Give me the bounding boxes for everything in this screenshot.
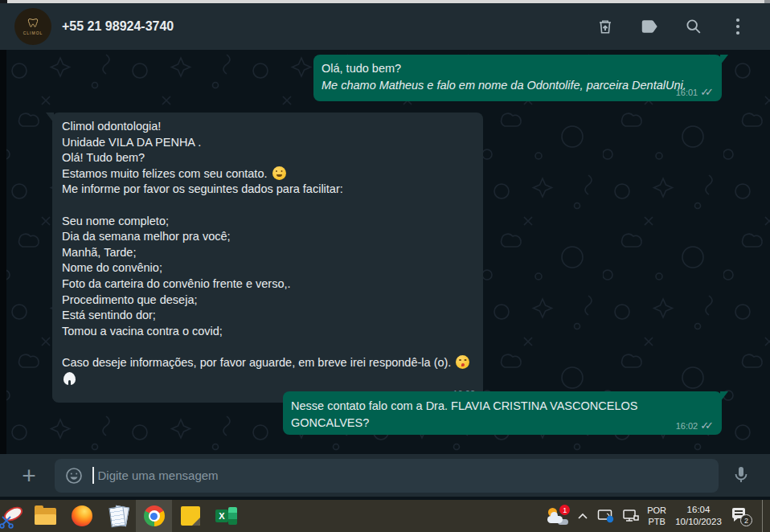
excel-icon: X	[215, 506, 237, 526]
microphone-icon[interactable]	[725, 460, 757, 492]
message-time: 16:02	[676, 421, 698, 431]
search-icon[interactable]	[684, 17, 703, 36]
message-meta: 16:02 ✓✓	[676, 421, 714, 431]
language-indicator[interactable]: POR PTB	[647, 505, 666, 527]
label-icon[interactable]	[640, 17, 659, 36]
message-incoming-1[interactable]: Climol odontologia! Unidade VILA DA PENH…	[52, 113, 483, 403]
emoji-kiss-icon	[456, 355, 469, 369]
show-desktop-button[interactable]	[762, 500, 767, 532]
system-tray: 1 POR	[547, 500, 770, 532]
weather-tray-icon[interactable]: 1	[547, 507, 568, 525]
snipping-tool-icon	[2, 505, 26, 527]
chat-title-phone-number[interactable]: +55 21 98924-3740	[62, 19, 174, 34]
whatsapp-window: CLIMOL +55 21 98924-3740	[0, 0, 770, 532]
double-check-icon: ✓✓	[700, 88, 714, 96]
menu-kebab-icon[interactable]	[728, 17, 747, 36]
message-input[interactable]	[96, 468, 710, 483]
message-text: Climol odontologia! Unidade VILA DA PENH…	[62, 119, 473, 387]
tray-network-icon[interactable]	[622, 509, 640, 523]
avatar-label: CLIMOL	[23, 31, 43, 35]
taskbar-notepad[interactable]	[100, 500, 136, 532]
message-meta: 16:01 ✓✓	[676, 88, 714, 97]
message-composer: +	[0, 454, 770, 497]
tray-chevron-up-icon[interactable]	[575, 513, 590, 520]
clock-and-date[interactable]: 16:04 10/10/2023	[674, 504, 723, 528]
taskbar-sticky-notes[interactable]	[172, 500, 208, 532]
message-text-line1: Olá, tudo bem?	[322, 60, 714, 77]
taskbar-snipping-tool[interactable]	[0, 500, 27, 532]
message-text: Nesse contato falo com a Dra. FLAVIA CRI…	[291, 398, 714, 432]
firefox-icon	[72, 505, 92, 526]
text-cursor	[92, 467, 94, 484]
weather-notification-badge: 1	[559, 505, 570, 515]
sticky-notes-icon	[181, 506, 200, 526]
message-input-container[interactable]	[55, 459, 719, 493]
emoji-hug-icon	[272, 166, 286, 180]
attach-plus-button[interactable]: +	[13, 460, 45, 492]
file-explorer-icon	[35, 508, 56, 525]
message-text-line2: Me chamo Matheus e falo em nome da Odont…	[322, 77, 714, 94]
trash-restore-icon[interactable]	[596, 17, 615, 36]
taskbar-firefox[interactable]	[63, 500, 100, 532]
taskbar-file-explorer[interactable]	[27, 500, 63, 532]
notification-count-badge: 2	[740, 514, 752, 526]
contact-avatar[interactable]: CLIMOL	[14, 8, 51, 45]
message-outgoing-2[interactable]: Nesse contato falo com a Dra. FLAVIA CRI…	[283, 391, 722, 435]
tray-date: 10/10/2023	[674, 516, 723, 528]
emoji-picker-icon[interactable]	[64, 466, 84, 485]
message-outgoing-1[interactable]: Olá, tudo bem? Me chamo Matheus e falo e…	[313, 55, 722, 101]
tray-cast-icon[interactable]	[597, 509, 615, 523]
tray-time: 16:04	[674, 504, 723, 516]
window-left-edge	[0, 50, 6, 497]
taskbar-chrome[interactable]	[136, 500, 172, 532]
notepad-icon	[109, 505, 128, 526]
taskbar-excel[interactable]: X	[208, 500, 244, 532]
windows-taskbar: X 1	[0, 500, 770, 532]
notification-center-icon[interactable]: 2	[731, 505, 752, 526]
message-time: 16:01	[676, 88, 698, 97]
double-check-icon: ✓✓	[700, 422, 714, 430]
clinic-tooth-logo-icon	[27, 18, 39, 30]
emoji-tooth-icon	[63, 372, 76, 385]
chat-header: CLIMOL +55 21 98924-3740	[0, 3, 770, 50]
chrome-icon	[144, 505, 165, 526]
header-actions	[596, 17, 747, 36]
